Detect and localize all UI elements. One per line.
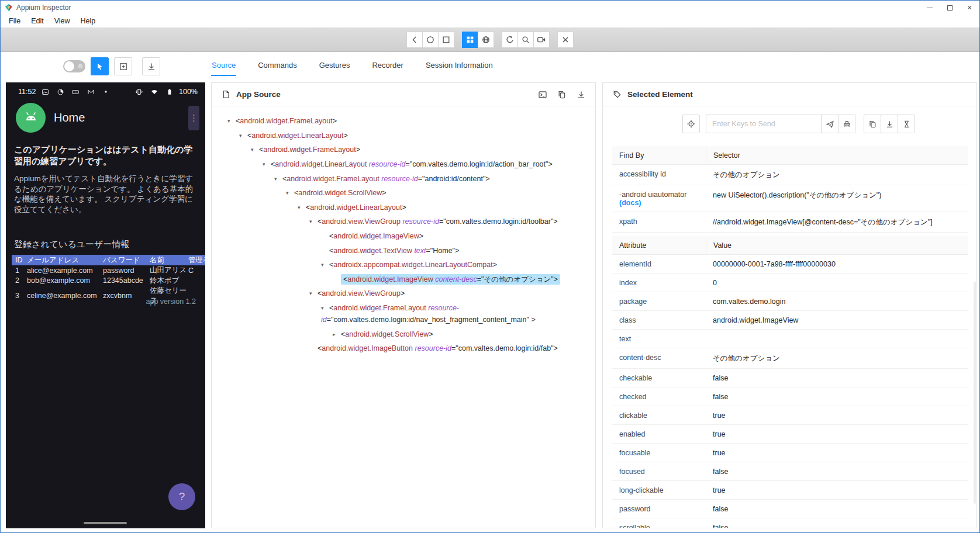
users-table-cell: password [103,265,150,276]
users-table-cell: celine@example.com [27,286,103,306]
clear-element-button[interactable] [838,115,855,133]
tree-node[interactable]: ▾<android.widget.LinearLayout resource-i… [215,157,592,172]
device-screenshot-mirror[interactable]: 11:52 100% Home ⋮ [6,82,205,528]
tree-caret-icon[interactable]: ▾ [274,173,282,185]
tree-node[interactable]: ▾<android.widget.FrameLayout> [215,143,592,157]
hourglass-icon [902,120,911,129]
copy-attributes-button[interactable] [864,115,881,133]
tree-node[interactable]: <android.widget.ImageButton resource-id=… [215,341,592,356]
tree-caret-icon[interactable]: ▾ [251,144,259,155]
maximize-button[interactable] [940,1,960,15]
wait-element-button[interactable] [898,115,915,133]
download-source-button[interactable] [575,89,587,101]
tree-node[interactable]: ▾<android.widget.LinearLayout> [215,129,592,143]
tab-commands[interactable]: Commands [257,56,297,76]
selector-header: Selector [706,146,968,164]
attribute-row: packagecom.valtes.demo.login [612,292,968,311]
find-by-strategy: -android uiautomator(docs) [612,185,706,212]
tap-element-button[interactable] [682,115,700,133]
download-screenshot-button[interactable] [142,57,160,75]
tree-caret-icon[interactable]: ▾ [309,216,318,227]
tree-caret-icon[interactable]: ▸ [333,328,341,340]
attributes-scrollbar[interactable] [974,282,976,504]
tree-node[interactable]: ▾<android.widget.LinearLayout> [215,200,592,215]
tab-session-information[interactable]: Session Information [425,56,494,76]
send-keys-input[interactable] [706,115,822,133]
tree-caret-icon[interactable]: ▾ [263,158,271,170]
tree-node[interactable]: <android.widget.ImageView content-desc="… [215,272,592,287]
tree-node[interactable]: ▾<android.widget.ScrollView> [215,186,592,200]
copy-icon [868,120,877,129]
home-button[interactable] [422,32,439,48]
record-button[interactable] [533,32,550,48]
tree-node[interactable]: <android.widget.ImageView> [215,229,592,244]
tree-node[interactable]: ▸<android.widget.ScrollView> [215,327,592,341]
back-button[interactable] [406,32,423,48]
console-source-button[interactable] [537,89,548,101]
recents-button[interactable] [438,32,454,48]
users-table-cell: zxcvbnm [103,286,150,306]
overflow-menu-button[interactable]: ⋮ [188,106,199,130]
users-table-row[interactable]: 2bob@example.com12345abcde鈴木ボブ [12,276,205,286]
tree-caret-icon[interactable]: ▾ [298,202,306,213]
tree-node[interactable]: ▾<android.widget.FrameLayout resource-id… [215,301,592,327]
menu-file[interactable]: File [4,16,26,26]
users-table-cell: 1 [12,265,27,276]
search-icon [521,35,530,44]
users-table-row[interactable]: 1alice@example.compassword山田アリスC [12,265,205,276]
menu-edit[interactable]: Edit [26,16,49,26]
attribute-name: checkable [612,369,706,387]
tree-node-code: <androidx.appcompat.widget.LinearLayoutC… [329,261,497,269]
attribute-name: checked [612,387,706,406]
attribute-name: content-desc [612,348,706,368]
attribute-value [706,330,968,348]
tree-caret-icon[interactable]: ▾ [286,187,294,199]
tree-node-code: <android.widget.ScrollView> [341,330,433,338]
minimize-button[interactable] [920,1,940,15]
search-button[interactable] [517,32,534,48]
help-fab-button[interactable]: ? [168,483,195,510]
attribute-row: index0 [612,274,968,292]
tree-caret-icon[interactable]: ▾ [239,130,247,141]
tree-caret-icon[interactable]: ▾ [309,288,318,299]
tree-node[interactable]: ▾<android.view.ViewGroup resource-id="co… [215,214,592,229]
menu-help[interactable]: Help [75,16,101,26]
maximize-icon [947,5,953,11]
tree-node[interactable]: ▾<android.view.ViewGroup> [215,286,592,301]
close-button[interactable]: × [960,1,979,15]
app-version-label: app version 1.2 [146,297,196,306]
refresh-button[interactable] [502,32,518,48]
tree-node[interactable]: <android.widget.TextView text="Home"> [215,243,592,258]
tree-caret-icon[interactable]: ▾ [321,302,329,314]
find-by-header: Find By [612,146,706,164]
screenshot-interaction-toggle[interactable]: ⊗ [63,60,85,72]
tree-node[interactable]: ▾<androidx.appcompat.widget.LinearLayout… [215,258,592,272]
recents-icon [441,35,451,44]
tab-source[interactable]: Source [211,56,236,76]
tree-node-code: <android.widget.FrameLayout resource-id=… [282,175,490,183]
download-icon [885,120,894,129]
web-mode-button[interactable] [478,32,494,48]
tree-node[interactable]: ▾<android.widget.FrameLayout> [215,114,592,129]
card-notification-icon [70,86,81,98]
tree-node[interactable]: ▾<android.widget.FrameLayout resource-id… [215,171,592,186]
tab-recorder[interactable]: Recorder [371,56,403,76]
copy-source-button[interactable] [556,89,568,101]
menu-view[interactable]: View [49,16,75,26]
find-by-row: xpath//android.widget.ImageView[@content… [612,212,968,233]
send-keys-button[interactable] [821,115,838,133]
tap-swipe-mode-button[interactable] [114,57,132,75]
tree-caret-icon[interactable]: ▾ [321,259,329,271]
close-session-button[interactable] [557,32,574,48]
attribute-header: Attribute [612,236,706,254]
download-attributes-button[interactable] [881,115,898,133]
app-mode-button[interactable] [462,32,478,48]
docs-link[interactable]: (docs) [619,199,641,207]
select-elements-button[interactable] [91,57,109,75]
refresh-icon [505,35,515,44]
attribute-row: focusabletrue [612,444,968,462]
tab-gestures[interactable]: Gestures [319,56,351,76]
users-table-cell: 12345abcde [103,276,150,286]
tree-caret-icon[interactable]: ▾ [227,115,236,127]
dot-notification-icon [100,86,112,98]
